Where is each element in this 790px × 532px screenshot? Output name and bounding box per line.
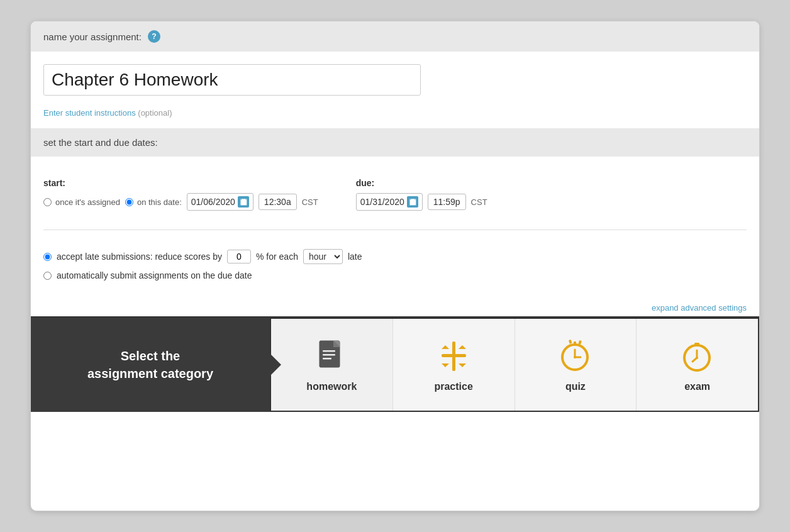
- svg-point-23: [696, 357, 698, 359]
- svg-rect-24: [694, 343, 699, 346]
- help-icon[interactable]: ?: [148, 30, 160, 43]
- advanced-settings-area: expand advanced settings: [31, 299, 759, 316]
- start-date-input-wrap: 01/06/2020: [187, 193, 253, 211]
- dates-section-header: set the start and due dates:: [31, 128, 759, 157]
- late-label: late: [348, 252, 362, 262]
- exam-icon: [679, 337, 716, 375]
- category-label-box: Select the assignment category: [31, 318, 270, 412]
- late-submission-radio[interactable]: [43, 253, 52, 261]
- assignment-name-input[interactable]: [43, 64, 421, 96]
- homework-icon: [313, 337, 350, 375]
- start-once-label: once it's assigned: [55, 197, 120, 207]
- homework-label: homework: [306, 381, 357, 392]
- auto-submit-label: automatically submit assignments on the …: [57, 270, 252, 280]
- start-date-radio[interactable]: [125, 198, 133, 206]
- dates-section: start: once it's assigned on this date: …: [31, 157, 759, 217]
- category-item-exam[interactable]: exam: [637, 319, 758, 411]
- auto-submit-radio[interactable]: [43, 272, 52, 280]
- instructions-link[interactable]: Enter student instructions: [43, 108, 136, 118]
- due-date-input-wrap: 01/31/2020: [356, 193, 423, 211]
- quiz-icon: [557, 337, 594, 375]
- svg-rect-5: [323, 354, 335, 356]
- assignment-name-area: [31, 52, 759, 102]
- start-date-label: on this date:: [137, 197, 182, 207]
- category-item-quiz[interactable]: quiz: [515, 319, 637, 411]
- hour-select[interactable]: hour day week: [303, 249, 343, 264]
- start-timezone: CST: [302, 197, 318, 207]
- due-calendar-icon[interactable]: [407, 196, 418, 208]
- start-calendar-icon[interactable]: [238, 196, 249, 208]
- instructions-link-area: Enter student instructions (optional): [31, 102, 759, 128]
- due-date-value: 01/31/2020: [360, 197, 404, 207]
- submission-section: accept late submissions: reduce scores b…: [31, 243, 759, 299]
- late-submission-option: accept late submissions: reduce scores b…: [43, 249, 747, 264]
- category-options: homework: [270, 318, 759, 412]
- svg-point-17: [574, 356, 576, 358]
- start-time-input[interactable]: 12:30a: [259, 194, 297, 210]
- due-timezone: CST: [471, 197, 487, 207]
- quiz-label: quiz: [565, 381, 586, 392]
- name-header-label: name your assignment:: [43, 31, 142, 42]
- svg-rect-4: [323, 350, 335, 352]
- start-controls: once it's assigned on this date: 01/06/2…: [43, 193, 318, 211]
- svg-marker-12: [459, 363, 466, 367]
- auto-submit-option: automatically submit assignments on the …: [43, 270, 747, 280]
- optional-label: (optional): [136, 108, 172, 118]
- due-group: due: 01/31/2020 11:59p CST: [356, 178, 487, 211]
- advanced-settings-link[interactable]: expand advanced settings: [652, 303, 747, 313]
- due-label: due:: [356, 178, 487, 188]
- svg-rect-14: [574, 341, 576, 345]
- svg-rect-8: [442, 354, 466, 357]
- svg-marker-9: [442, 345, 449, 349]
- divider: [43, 230, 747, 230]
- due-time-input[interactable]: 11:59p: [428, 194, 466, 210]
- start-radio-group-once: once it's assigned: [43, 197, 120, 207]
- start-group: start: once it's assigned on this date: …: [43, 178, 318, 211]
- due-controls: 01/31/2020 11:59p CST: [356, 193, 487, 211]
- practice-icon: [435, 337, 472, 375]
- svg-rect-18: [569, 339, 572, 343]
- svg-marker-11: [442, 363, 449, 367]
- svg-rect-19: [579, 340, 582, 345]
- start-label: start:: [43, 178, 318, 188]
- practice-label: practice: [434, 381, 472, 392]
- dates-header-label: set the start and due dates:: [43, 137, 158, 148]
- category-label-text: Select the assignment category: [87, 347, 213, 382]
- svg-marker-10: [459, 345, 466, 349]
- late-submission-label1: accept late submissions: reduce scores b…: [57, 252, 222, 262]
- start-radio-group-date: on this date:: [125, 197, 182, 207]
- exam-label: exam: [684, 381, 710, 392]
- start-date-value: 01/06/2020: [191, 197, 235, 207]
- dates-row: start: once it's assigned on this date: …: [43, 178, 747, 211]
- category-section: Select the assignment category: [31, 316, 759, 412]
- category-item-homework[interactable]: homework: [271, 319, 393, 411]
- main-container: name your assignment: ? Enter student in…: [30, 21, 760, 511]
- start-once-radio[interactable]: [43, 198, 52, 206]
- score-input[interactable]: [227, 250, 251, 263]
- percent-label: % for each: [256, 252, 298, 262]
- svg-rect-6: [323, 358, 331, 360]
- name-section-header: name your assignment: ?: [31, 21, 759, 52]
- category-item-practice[interactable]: practice: [393, 319, 515, 411]
